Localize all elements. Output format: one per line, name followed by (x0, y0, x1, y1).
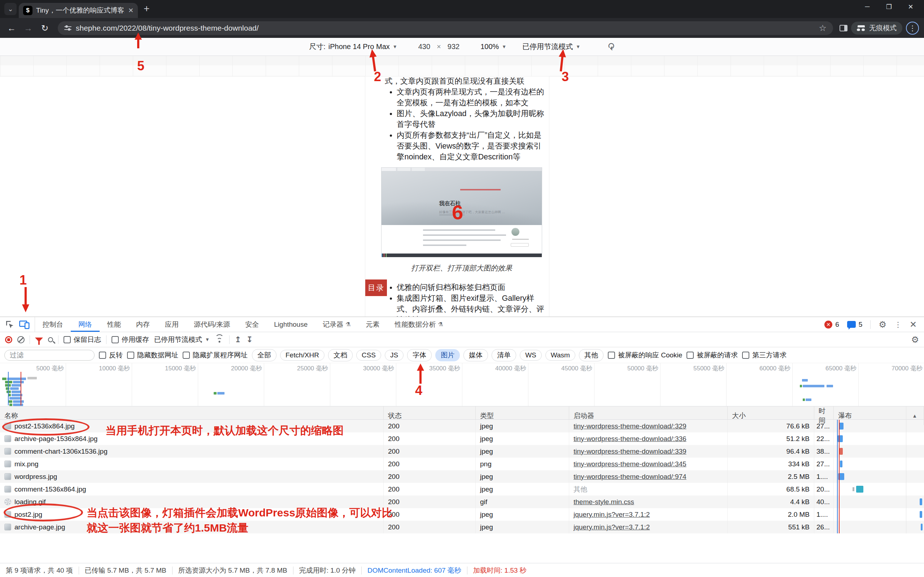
table-row[interactable]: comment-1536x864.jpg200jpeg其他68.5 kB20..… (0, 483, 924, 495)
device-select[interactable]: iPhone 14 Pro Max (328, 43, 390, 51)
request-initiator[interactable]: tiny-wordpress-theme-download/:345 (569, 458, 728, 470)
filter-chip-Fetch/XHR[interactable]: Fetch/XHR (280, 350, 325, 361)
request-initiator[interactable]: tiny-wordpress-theme-download/:339 (569, 445, 728, 458)
table-row[interactable]: post2.jpg200jpegjquery.min.js?ver=3.7.1:… (0, 508, 924, 521)
clear-network-log-icon[interactable] (17, 336, 24, 343)
url-text[interactable]: shephe.com/2022/08/tiny-wordpress-theme-… (76, 24, 814, 32)
new-tab-button[interactable]: + (144, 3, 149, 15)
error-badge[interactable]: ✕ 6 (824, 321, 839, 329)
filter-icon[interactable] (35, 338, 43, 342)
devtools-tab-记录器[interactable]: 记录器⚗ (315, 317, 358, 332)
window-close-button[interactable]: ✕ (905, 3, 916, 11)
zoom-select[interactable]: 100% (480, 43, 499, 51)
devtools-tab-元素[interactable]: 元素 (359, 317, 387, 332)
request-name-cell[interactable]: mix.png (0, 458, 384, 470)
filter-chip-JS[interactable]: JS (385, 350, 404, 361)
filter-chip-媒体[interactable]: 媒体 (464, 349, 488, 361)
omnibox[interactable]: shephe.com/2022/08/tiny-wordpress-theme-… (58, 21, 833, 35)
issues-badge[interactable]: 5 (847, 321, 863, 329)
devtools-tab-应用[interactable]: 应用 (157, 317, 186, 332)
filter-chip-其他[interactable]: 其他 (579, 349, 604, 361)
blocked-requests-checkbox[interactable]: 被屏蔽的请求 (687, 351, 738, 360)
table-row[interactable]: comment-chart-1306x1536.jpg200jpegtiny-w… (0, 445, 924, 458)
filter-input[interactable] (4, 350, 95, 361)
request-name-cell[interactable]: post2.jpg (0, 508, 384, 521)
hide-extension-urls-checkbox[interactable]: 隐藏扩展程序网址 (183, 351, 247, 360)
minimize-button[interactable]: ─ (862, 3, 873, 11)
request-initiator[interactable]: tiny-wordpress-theme-download/:974 (569, 470, 728, 483)
toc-badge[interactable]: 目录 (365, 279, 387, 296)
filter-chip-CSS[interactable]: CSS (356, 350, 381, 361)
filter-chip-Wasm[interactable]: Wasm (545, 350, 575, 361)
devtools-tab-网络[interactable]: 网络 (71, 317, 100, 332)
devtools-close-icon[interactable]: ✕ (909, 319, 917, 330)
request-name-cell[interactable]: comment-1536x864.jpg (0, 483, 384, 495)
import-har-icon[interactable]: ↥ (234, 335, 241, 344)
devtools-tab-性能[interactable]: 性能 (100, 317, 129, 332)
request-initiator[interactable]: tiny-wordpress-theme-download/:329 (569, 420, 728, 432)
viewport-width-field[interactable]: 430 (418, 43, 430, 51)
devtools-tab-内存[interactable]: 内存 (129, 317, 157, 332)
request-name-cell[interactable]: archive-page-1536x864.jpg (0, 432, 384, 445)
rotate-device-icon[interactable]: ⟳ (605, 43, 617, 51)
third-party-checkbox[interactable]: 第三方请求 (742, 351, 787, 360)
table-row[interactable]: loading.gif200giftheme-style.min.css4.4 … (0, 495, 924, 508)
devtools-tab-性能数据分析[interactable]: 性能数据分析⚗ (387, 317, 451, 332)
site-settings-icon[interactable] (64, 25, 71, 31)
reload-button[interactable]: ↻ (38, 23, 51, 33)
request-name-cell[interactable]: loading.gif (0, 495, 384, 508)
preserve-log-checkbox[interactable]: 保留日志 (63, 335, 101, 344)
devtools-tab-控制台[interactable]: 控制台 (35, 317, 71, 332)
side-panel-icon[interactable] (840, 25, 848, 31)
request-name-cell[interactable]: post2-1536x864.jpg (0, 420, 384, 432)
invert-checkbox[interactable]: 反转 (99, 351, 123, 360)
maximize-button[interactable]: ❐ (884, 3, 894, 11)
blocked-cookies-checkbox[interactable]: 被屏蔽的响应 Cookie (608, 351, 682, 360)
devtools-tab-Lighthouse[interactable]: Lighthouse (267, 317, 315, 332)
browser-menu-button[interactable]: ⋮ (906, 22, 919, 35)
devtools-tab-源代码/来源[interactable]: 源代码/来源 (186, 317, 237, 332)
throttling-select[interactable]: 已停用节流模式 (522, 42, 573, 52)
filter-chip-图片[interactable]: 图片 (435, 349, 460, 361)
forward-button[interactable]: → (22, 23, 35, 33)
checkbox[interactable] (63, 336, 71, 343)
table-row[interactable]: archive-page.jpg200jpegjquery.min.js?ver… (0, 521, 924, 533)
request-name-cell[interactable]: archive-page.jpg (0, 521, 384, 533)
back-button[interactable]: ← (5, 23, 18, 33)
request-name-cell[interactable]: comment-chart-1306x1536.jpg (0, 445, 384, 458)
devtools-menu-icon[interactable]: ⋮ (894, 320, 901, 329)
request-initiator[interactable]: tiny-wordpress-theme-download/:336 (569, 432, 728, 445)
search-icon[interactable] (48, 337, 53, 342)
request-name-cell[interactable]: wordpress.jpg (0, 470, 384, 483)
network-settings-gear-icon[interactable]: ⚙ (911, 335, 919, 345)
export-har-icon[interactable]: ↧ (246, 335, 253, 344)
request-initiator[interactable]: jquery.min.js?ver=3.7.1:2 (569, 521, 728, 533)
devtools-tab-安全[interactable]: 安全 (237, 317, 267, 332)
request-initiator[interactable]: theme-style.min.css (569, 495, 728, 508)
bookmark-star-icon[interactable]: ☆ (819, 23, 827, 33)
network-conditions-icon[interactable] (215, 337, 224, 343)
network-throttling-select[interactable]: 已停用节流模式 ▼ (154, 335, 210, 344)
checkbox[interactable] (111, 336, 119, 343)
devtools-settings-gear-icon[interactable]: ⚙ (879, 319, 887, 330)
filter-chip-全部[interactable]: 全部 (252, 349, 276, 361)
table-row[interactable]: mix.png200pngtiny-wordpress-theme-downlo… (0, 458, 924, 470)
table-row[interactable]: post2-1536x864.jpg200jpegtiny-wordpress-… (0, 420, 924, 432)
hide-data-urls-checkbox[interactable]: 隐藏数据网址 (127, 351, 178, 360)
tab-close-icon[interactable]: ✕ (128, 6, 134, 15)
table-row[interactable]: wordpress.jpg200jpegtiny-wordpress-theme… (0, 470, 924, 483)
filter-chip-字体[interactable]: 字体 (407, 349, 432, 361)
filter-chip-清单[interactable]: 清单 (492, 349, 516, 361)
request-initiator[interactable]: jquery.min.js?ver=3.7.1:2 (569, 508, 728, 521)
network-overview-timeline[interactable]: 5000 毫秒10000 毫秒15000 毫秒20000 毫秒25000 毫秒3… (0, 363, 924, 406)
device-toolbar-toggle-icon[interactable] (19, 319, 30, 330)
viewport-height-field[interactable]: 932 (447, 43, 459, 51)
inspect-element-icon[interactable] (4, 319, 15, 330)
filter-chip-文档[interactable]: 文档 (328, 349, 353, 361)
filter-chip-WS[interactable]: WS (520, 350, 542, 361)
table-row[interactable]: archive-page-1536x864.jpg200jpegtiny-wor… (0, 432, 924, 445)
disable-cache-checkbox[interactable]: 停用缓存 (111, 335, 149, 344)
browser-tab[interactable]: $ Tiny，一个优雅的响应式博客主 ✕ (19, 3, 138, 18)
tab-search-button[interactable]: ⌄ (4, 3, 16, 15)
record-network-log-icon[interactable] (5, 336, 12, 343)
